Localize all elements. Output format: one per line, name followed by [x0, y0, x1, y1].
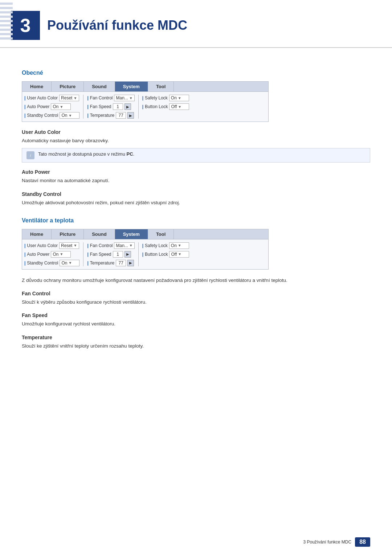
select-on-autopower-1[interactable]: On ▼: [51, 103, 71, 110]
label-temperature-1: Temperature: [87, 113, 114, 118]
btn-fan-speed-inc-1[interactable]: ▶: [124, 103, 131, 110]
tab-home-2[interactable]: Home: [22, 229, 52, 239]
select-man-2[interactable]: Man... ▼: [114, 242, 134, 249]
select-on-autopower-2[interactable]: On ▼: [51, 251, 71, 258]
page-footer: 3 Používání funkce MDC 88: [22, 537, 370, 547]
divider-2a: [83, 242, 83, 266]
label-temperature-2: Temperature: [87, 260, 114, 266]
arrow-standby-1: ▼: [68, 114, 72, 118]
mdc-col2-ventilator: Fan Control Man... ▼ Fan Speed 1 ▶ Tempe…: [87, 242, 134, 266]
mdc-row-fan-speed-2: Fan Speed 1 ▶: [87, 251, 134, 258]
btn-fan-speed-inc-2[interactable]: ▶: [124, 251, 131, 258]
mdc-tabs-ventilator: Home Picture Sound System Tool: [22, 229, 268, 239]
mdc-row-temperature-2: Temperature 77 ▶: [87, 260, 134, 266]
sub-heading-auto-power: Auto Power: [22, 169, 370, 175]
mdc-tabs-obecne: Home Picture Sound System Tool: [22, 82, 268, 92]
label-auto-power-2: Auto Power: [24, 252, 49, 257]
mdc-row-user-auto-color-1: User Auto Color Reset ▼: [24, 95, 79, 101]
mdc-row-safety-lock-1: Safety Lock On ▼: [142, 95, 189, 101]
mdc-row-auto-power-2: Auto Power On ▼: [24, 251, 79, 258]
label-fan-control-1: Fan Control: [87, 95, 113, 100]
mdc-row-fan-control-1: Fan Control Man... ▼: [87, 95, 134, 101]
para-standby: Umožňuje aktivovat pohotovostní režim, p…: [22, 199, 370, 206]
para-auto-power: Nastaví monitor na automatické zapnutí.: [22, 177, 370, 184]
para-user-auto-color: Automaticky nastavuje barvy obrazovky.: [22, 137, 370, 144]
select-reset-1[interactable]: Reset ▼: [59, 95, 79, 101]
divider-1a: [83, 95, 83, 119]
diagonal-decoration: [0, 0, 13, 40]
divider-1b: [138, 95, 139, 119]
label-fan-speed-2: Fan Speed: [87, 252, 111, 257]
sub-heading-standby: Standby Control: [22, 191, 370, 197]
label-auto-power-1: Auto Power: [24, 104, 49, 109]
sub-heading-user-auto-color: User Auto Color: [22, 129, 370, 135]
arrow-reset-1: ▼: [73, 96, 77, 100]
mdc-col1-ventilator: User Auto Color Reset ▼ Auto Power On ▼ …: [24, 242, 79, 266]
chapter-number: 3: [11, 11, 40, 40]
divider-2b: [138, 242, 139, 266]
mdc-col1-obecne: User Auto Color Reset ▼ Auto Power On ▼ …: [24, 95, 79, 119]
btn-temperature-inc-2[interactable]: ▶: [127, 260, 134, 266]
label-user-auto-color-2: User Auto Color: [24, 243, 58, 248]
mdc-row-standby-1: Standby Control On ▼: [24, 112, 79, 119]
select-man-1[interactable]: Man... ▼: [114, 95, 134, 101]
para-temperature: Slouží ke zjištění vnitřní teploty určen…: [22, 342, 370, 350]
label-button-lock-1: Button Lock: [142, 104, 168, 109]
page-number: 88: [355, 537, 370, 547]
chapter-header: 3 Používání funkce MDC: [0, 0, 392, 48]
mdc-col3-ventilator: Safety Lock On ▼ Button Lock Off ▼: [142, 242, 189, 266]
tab-system-1[interactable]: System: [115, 82, 148, 91]
para-fan-speed: Umožňuje konfigurovat rychlost ventiláto…: [22, 320, 370, 328]
tab-home-1[interactable]: Home: [22, 82, 52, 91]
select-on-standby-1[interactable]: On ▼: [60, 112, 79, 119]
sub-heading-fan-control: Fan Control: [22, 291, 370, 296]
value-temperature-2: 77: [116, 260, 126, 266]
select-on-safety-2[interactable]: On ▼: [169, 242, 189, 249]
tab-sound-2[interactable]: Sound: [84, 229, 115, 239]
label-fan-speed-1: Fan Speed: [87, 104, 111, 109]
arrow-safety-1: ▼: [178, 96, 181, 100]
select-off-1[interactable]: Off ▼: [169, 103, 189, 110]
label-safety-lock-2: Safety Lock: [142, 243, 168, 248]
chapter-title: Používání funkce MDC: [47, 18, 187, 33]
label-safety-lock-1: Safety Lock: [142, 95, 168, 100]
tab-system-2[interactable]: System: [115, 229, 148, 239]
select-on-standby-2[interactable]: On ▼: [60, 260, 79, 266]
main-content: Obecné Home Picture Sound System Tool Us…: [0, 52, 392, 374]
mdc-row-fan-speed-1: Fan Speed 1 ▶: [87, 103, 134, 110]
label-standby-1: Standby Control: [24, 113, 58, 118]
btn-temperature-inc-1[interactable]: ▶: [127, 112, 134, 119]
mdc-row-fan-control-2: Fan Control Man... ▼: [87, 242, 134, 249]
tab-tool-2[interactable]: Tool: [148, 229, 174, 239]
label-user-auto-color-1: User Auto Color: [24, 95, 58, 100]
mdc-row-button-lock-2: Button Lock Off ▼: [142, 251, 189, 258]
label-fan-control-2: Fan Control: [87, 243, 113, 248]
tab-picture-2[interactable]: Picture: [52, 229, 84, 239]
label-button-lock-2: Button Lock: [142, 252, 168, 257]
arrow-off-2: ▼: [178, 252, 181, 256]
sub-heading-fan-speed: Fan Speed: [22, 312, 370, 318]
tab-sound-1[interactable]: Sound: [84, 82, 115, 91]
arrow-man-1: ▼: [129, 96, 133, 100]
select-reset-2[interactable]: Reset ▼: [59, 242, 79, 249]
mdc-body-ventilator: User Auto Color Reset ▼ Auto Power On ▼ …: [22, 239, 268, 269]
mdc-widget-ventilator: Home Picture Sound System Tool User Auto…: [22, 229, 269, 270]
value-fan-speed-1: 1: [113, 103, 123, 110]
mdc-row-auto-power-1: Auto Power On ▼: [24, 103, 79, 110]
para-ventilator-intro: Z důvodu ochrany monitoru umožňuje konfi…: [22, 277, 370, 284]
arrow-off-1: ▼: [178, 105, 181, 109]
mdc-body-obecne: User Auto Color Reset ▼ Auto Power On ▼ …: [22, 92, 268, 122]
section-ventilator-heading: Ventilátor a teplota: [22, 217, 370, 224]
arrow-standby-2: ▼: [68, 261, 72, 265]
select-on-safety-1[interactable]: On ▼: [169, 95, 189, 101]
mdc-row-safety-lock-2: Safety Lock On ▼: [142, 242, 189, 249]
para-fan-control: Slouží k výběru způsobu konfigurace rych…: [22, 299, 370, 306]
select-off-2[interactable]: Off ▼: [169, 251, 189, 258]
tab-picture-1[interactable]: Picture: [52, 82, 84, 91]
mdc-widget-obecne: Home Picture Sound System Tool User Auto…: [22, 81, 269, 122]
mdc-row-standby-2: Standby Control On ▼: [24, 260, 79, 266]
value-temperature-1: 77: [116, 112, 126, 119]
tab-tool-1[interactable]: Tool: [148, 82, 174, 91]
arrow-on-1: ▼: [60, 105, 63, 109]
section-obecne-heading: Obecné: [22, 70, 370, 76]
